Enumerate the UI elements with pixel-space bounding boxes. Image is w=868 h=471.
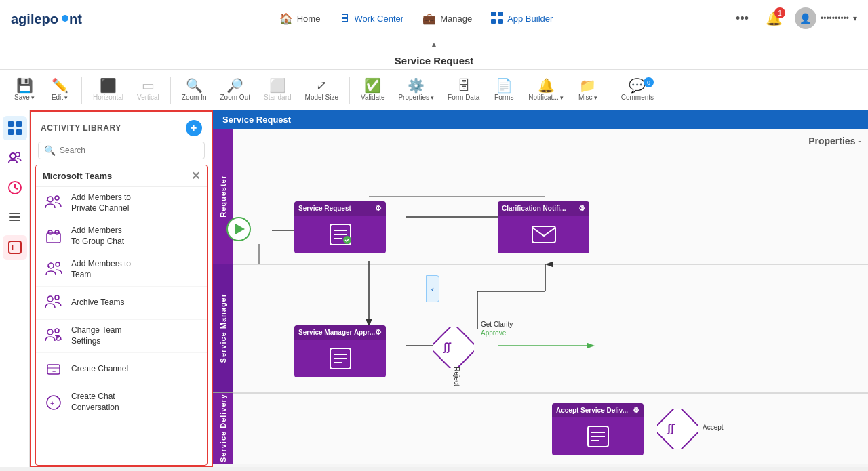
gateway-diamond[interactable]: ʃʃ — [433, 327, 474, 368]
avatar: 👤 — [795, 7, 816, 29]
zoom-out-label: Zoom Out — [220, 94, 250, 101]
sidebar-icon-bar: I — [0, 110, 30, 467]
sidebar-counter-icon[interactable]: I — [3, 235, 27, 260]
chevron-down-icon: ▾ — [853, 14, 857, 23]
sidebar-grid-icon[interactable] — [3, 116, 27, 140]
sidebar-clock-icon[interactable] — [3, 176, 27, 200]
swim-lane-requester: Requester — [213, 129, 233, 264]
toolbar-sep-2 — [170, 77, 171, 104]
list-item[interactable]: + Add Members toTeam — [36, 253, 207, 287]
edit-label: Edit — [52, 94, 63, 101]
canvas-area: Service Request Requester Service Manage… — [213, 110, 868, 467]
service-request-gear-icon[interactable]: ⚙ — [375, 204, 382, 213]
ms-teams-close-button[interactable]: ✕ — [191, 169, 200, 182]
nav-appbuilder-label: App Builder — [507, 14, 553, 24]
main-layout: I ACTIVITY LIBRARY + 🔍 Microsoft Teams ✕ — [0, 110, 868, 467]
misc-button[interactable]: 📁 Misc ▾ — [572, 76, 604, 104]
zoom-out-icon: 🔎 — [226, 79, 243, 92]
zoom-in-button[interactable]: 🔍 Zoom In — [176, 76, 212, 104]
save-button[interactable]: 💾 Save ▾ — [8, 76, 41, 104]
accept-service-node[interactable]: Accept Service Deliv... ⚙ — [552, 403, 644, 455]
svg-rect-18 — [9, 220, 20, 221]
add-activity-button[interactable]: + — [186, 120, 202, 136]
svg-rect-10 — [16, 129, 22, 135]
horizontal-label: Horizontal — [93, 94, 123, 101]
toolbar-sep-1 — [81, 77, 82, 104]
nav-home[interactable]: 🏠 Home — [271, 8, 329, 29]
more-button[interactable]: ••• — [730, 9, 754, 28]
canvas-inner[interactable]: Requester Service Manager Service Delive… — [213, 129, 868, 464]
logo[interactable]: agilepo nt — [11, 9, 85, 28]
list-item[interactable]: + Create ChatConversation — [36, 386, 207, 419]
ms-teams-item-label-6: Create ChatConversation — [71, 392, 119, 413]
forms-button[interactable]: 📄 Forms — [488, 76, 520, 104]
appbuilder-icon — [491, 12, 503, 26]
ms-teams-item-label-0: Add Members toPrivate Channel — [71, 192, 131, 213]
swim-lane-requester-label: Requester — [219, 175, 227, 218]
service-request-node[interactable]: Service Request ⚙ — [294, 201, 386, 253]
list-item[interactable]: Change TeamSettings — [36, 320, 207, 353]
standard-button[interactable]: ⬜ Standard — [258, 76, 297, 104]
swim-lane-service-delivery: Service Delivery — [213, 393, 233, 464]
swim-lane-service-manager: Service Manager — [213, 264, 233, 393]
svg-text:+: + — [51, 237, 54, 241]
edit-dropdown-arrow: ▾ — [64, 94, 68, 101]
svg-rect-8 — [16, 121, 22, 127]
form-data-icon: 🗄 — [457, 79, 471, 92]
comments-button[interactable]: 💬 Comments 0 — [616, 76, 659, 104]
sidebar-list-icon[interactable] — [3, 205, 27, 230]
ms-teams-item-label-1: Add MembersTo Group Chat — [71, 226, 124, 247]
vertical-icon: ▭ — [142, 79, 155, 92]
notification-button[interactable]: 🔔 1 — [762, 6, 787, 30]
ms-teams-icon-6: + — [43, 392, 64, 413]
svg-rect-66 — [433, 327, 474, 368]
form-data-button[interactable]: 🗄 Form Data — [442, 76, 485, 104]
horizontal-button[interactable]: ⬛ Horizontal — [87, 76, 129, 104]
svg-rect-3 — [491, 12, 496, 16]
canvas-title: Service Request — [213, 110, 868, 129]
accept-diamond[interactable]: ʃʃ — [657, 409, 698, 449]
clarification-node[interactable]: Clarification Notifi... ⚙ — [498, 201, 589, 253]
start-node[interactable] — [226, 217, 251, 241]
svg-rect-5 — [491, 19, 496, 24]
nav-workcenter[interactable]: 🖥 Work Center — [331, 8, 412, 28]
toolbar-sep-3 — [349, 77, 350, 104]
list-item[interactable]: + Add Members toPrivate Channel — [36, 187, 207, 220]
properties-button[interactable]: ⚙️ Properties ▾ — [393, 76, 439, 104]
model-size-button[interactable]: ⤢ Model Size — [300, 76, 344, 104]
ms-teams-title: Microsoft Teams — [43, 171, 112, 181]
svg-point-29 — [56, 262, 60, 266]
clarification-gear-icon[interactable]: ⚙ — [578, 204, 585, 213]
user-menu[interactable]: 👤 •••••••••• ▾ — [795, 7, 857, 29]
nav-appbuilder[interactable]: App Builder — [483, 7, 561, 30]
list-item[interactable]: Archive Teams — [36, 287, 207, 320]
edit-button[interactable]: ✏️ Edit ▾ — [43, 76, 76, 104]
zoom-out-button[interactable]: 🔎 Zoom Out — [215, 76, 256, 104]
nav-home-label: Home — [297, 14, 321, 24]
svg-point-22 — [55, 196, 59, 200]
service-manager-body — [294, 340, 386, 377]
nav-manage-label: Manage — [440, 14, 472, 24]
nav-manage[interactable]: 💼 Manage — [414, 8, 480, 29]
sidebar-teams-icon[interactable] — [3, 146, 27, 170]
accept-service-gear-icon[interactable]: ⚙ — [633, 406, 639, 415]
panel-collapse-button[interactable]: ‹ — [426, 275, 439, 302]
service-manager-node[interactable]: Service Manager Appr... ⚙ — [294, 325, 386, 377]
list-item[interactable]: + Add MembersTo Group Chat — [36, 220, 207, 253]
search-input[interactable] — [60, 146, 199, 155]
vertical-button[interactable]: ▭ Vertical — [132, 76, 165, 104]
ms-teams-item-label-2: Add Members toTeam — [71, 259, 131, 280]
notifications-button[interactable]: 🔔 Notificat... ▾ — [523, 76, 568, 104]
zoom-in-icon: 🔍 — [186, 79, 203, 92]
comments-label: Comments — [621, 94, 654, 101]
vertical-label: Vertical — [137, 94, 159, 101]
forms-icon: 📄 — [496, 79, 513, 92]
service-manager-gear-icon[interactable]: ⚙ — [375, 328, 382, 337]
svg-point-25 — [48, 230, 52, 234]
collapse-bar[interactable]: ▲ — [0, 37, 868, 52]
list-item[interactable]: + Create Channel — [36, 353, 207, 386]
search-box: 🔍 — [38, 142, 205, 159]
svg-point-26 — [55, 230, 59, 234]
validate-button[interactable]: ✅ Validate — [355, 76, 390, 104]
notification-badge: 1 — [774, 7, 785, 18]
